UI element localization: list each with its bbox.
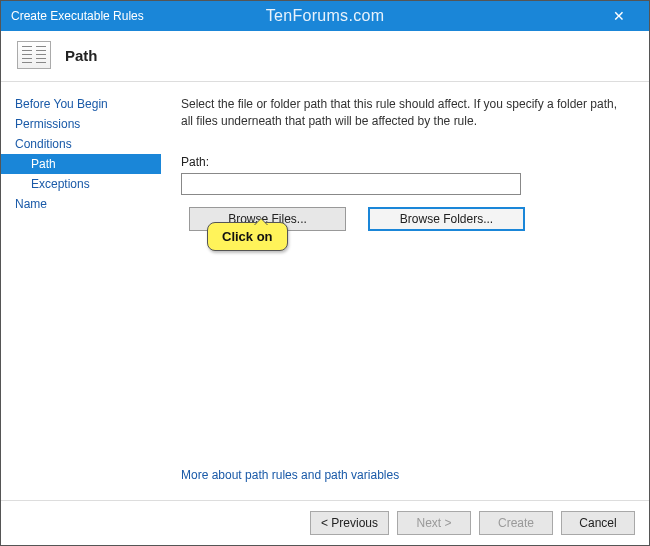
watermark-text: TenForums.com [266, 7, 385, 25]
path-label: Path: [181, 155, 625, 169]
window-title: Create Executable Rules [11, 9, 144, 23]
title-bar: Create Executable Rules TenForums.com ✕ [1, 1, 649, 31]
wizard-header: Path [1, 31, 649, 82]
step-conditions[interactable]: Conditions [1, 134, 161, 154]
annotation-callout: Click on [207, 222, 288, 251]
previous-button[interactable]: < Previous [310, 511, 389, 535]
callout-bubble: Click on [207, 222, 288, 251]
substep-path[interactable]: Path [1, 154, 161, 174]
more-about-link[interactable]: More about path rules and path variables [181, 468, 625, 490]
browse-folders-button[interactable]: Browse Folders... [368, 207, 525, 231]
book-icon [17, 41, 51, 69]
step-before-you-begin[interactable]: Before You Begin [1, 94, 161, 114]
next-button: Next > [397, 511, 471, 535]
step-sidebar: Before You Begin Permissions Conditions … [1, 82, 161, 500]
substep-exceptions[interactable]: Exceptions [1, 174, 161, 194]
description-text: Select the file or folder path that this… [181, 96, 625, 131]
wizard-body: Before You Begin Permissions Conditions … [1, 82, 649, 500]
wizard-window: Create Executable Rules TenForums.com ✕ … [0, 0, 650, 546]
create-button: Create [479, 511, 553, 535]
wizard-footer: < Previous Next > Create Cancel [1, 500, 649, 545]
step-name[interactable]: Name [1, 194, 161, 214]
page-title: Path [65, 47, 98, 64]
cancel-button[interactable]: Cancel [561, 511, 635, 535]
close-button[interactable]: ✕ [599, 8, 639, 24]
path-input[interactable] [181, 173, 521, 195]
content-area: Select the file or folder path that this… [161, 82, 649, 500]
step-permissions[interactable]: Permissions [1, 114, 161, 134]
